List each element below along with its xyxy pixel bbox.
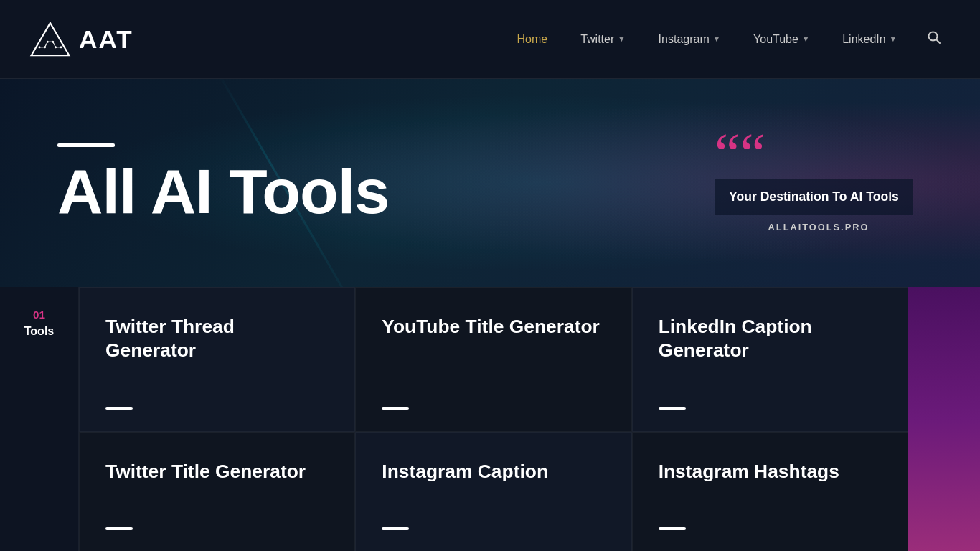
main-nav: Home Twitter ▼ Instagram ▼ YouTube ▼ Lin… bbox=[504, 24, 951, 54]
sidebar-number: 01 bbox=[33, 309, 45, 321]
tool-card-instagram-hashtags[interactable]: Instagram Hashtags bbox=[632, 432, 908, 552]
content-sidebar: 01 Tools bbox=[0, 287, 79, 551]
tool-card-title: Twitter Thread Generator bbox=[105, 315, 329, 391]
chevron-down-icon: ▼ bbox=[890, 35, 897, 43]
tool-card-line bbox=[659, 407, 686, 410]
tool-card-title: YouTube Title Generator bbox=[382, 315, 605, 391]
tool-card-instagram-caption[interactable]: Instagram Caption bbox=[355, 432, 631, 552]
nav-item-instagram[interactable]: Instagram ▼ bbox=[646, 27, 733, 52]
search-icon bbox=[927, 30, 941, 44]
logo-icon bbox=[29, 19, 72, 59]
sidebar-label: Tools bbox=[24, 325, 54, 338]
right-panel-decoration bbox=[908, 287, 980, 551]
tool-card-line bbox=[382, 407, 409, 410]
tool-card-line bbox=[105, 527, 133, 530]
hero-section: All AI Tools ““ Your Destination To AI T… bbox=[0, 79, 980, 287]
svg-point-6 bbox=[55, 46, 57, 48]
nav-item-linkedin[interactable]: LinkedIn ▼ bbox=[829, 27, 910, 52]
logo-text: AAT bbox=[79, 25, 133, 54]
nav-item-home[interactable]: Home bbox=[504, 27, 560, 52]
nav-item-twitter[interactable]: Twitter ▼ bbox=[567, 27, 638, 52]
nav-label-home: Home bbox=[517, 33, 547, 46]
quote-card: ““ Your Destination To AI Tools ALLAITOO… bbox=[715, 133, 923, 232]
logo-link[interactable]: AAT bbox=[29, 19, 133, 59]
tool-card-title: Instagram Hashtags bbox=[659, 460, 882, 512]
search-button[interactable] bbox=[917, 24, 951, 54]
chevron-down-icon: ▼ bbox=[618, 35, 625, 43]
svg-point-5 bbox=[44, 46, 46, 48]
tool-card-title: LinkedIn Caption Generator bbox=[659, 315, 882, 391]
nav-label-youtube: YouTube bbox=[753, 33, 798, 46]
tools-grid: Twitter Thread Generator YouTube Title G… bbox=[79, 287, 908, 551]
content-area: 01 Tools Twitter Thread Generator YouTub… bbox=[0, 287, 980, 551]
quote-marks: ““ bbox=[715, 133, 923, 174]
hero-line-decoration bbox=[57, 143, 115, 147]
site-header: AAT Home Twitter ▼ Instagram ▼ YouTube ▼… bbox=[0, 0, 980, 79]
chevron-down-icon: ▼ bbox=[802, 35, 809, 43]
chevron-down-icon: ▼ bbox=[713, 35, 720, 43]
nav-label-instagram: Instagram bbox=[659, 33, 710, 46]
tool-card-line bbox=[382, 527, 409, 530]
quote-text: Your Destination To AI Tools bbox=[715, 179, 913, 215]
tool-card-youtube-title[interactable]: YouTube Title Generator bbox=[355, 287, 631, 432]
nav-label-linkedin: LinkedIn bbox=[842, 33, 886, 46]
svg-line-12 bbox=[936, 39, 940, 43]
tool-card-title: Twitter Title Generator bbox=[105, 460, 329, 512]
tool-card-twitter-title[interactable]: Twitter Title Generator bbox=[79, 432, 355, 552]
quote-domain: ALLAITOOLS.PRO bbox=[715, 222, 923, 232]
tool-card-linkedin-caption[interactable]: LinkedIn Caption Generator bbox=[632, 287, 908, 432]
tool-card-title: Instagram Caption bbox=[382, 460, 605, 512]
nav-item-youtube[interactable]: YouTube ▼ bbox=[740, 27, 822, 52]
svg-point-4 bbox=[39, 46, 41, 48]
svg-point-7 bbox=[60, 46, 62, 48]
tool-card-twitter-thread[interactable]: Twitter Thread Generator bbox=[79, 287, 355, 432]
tool-card-line bbox=[659, 527, 686, 530]
nav-label-twitter: Twitter bbox=[580, 33, 614, 46]
tool-card-line bbox=[105, 407, 133, 410]
